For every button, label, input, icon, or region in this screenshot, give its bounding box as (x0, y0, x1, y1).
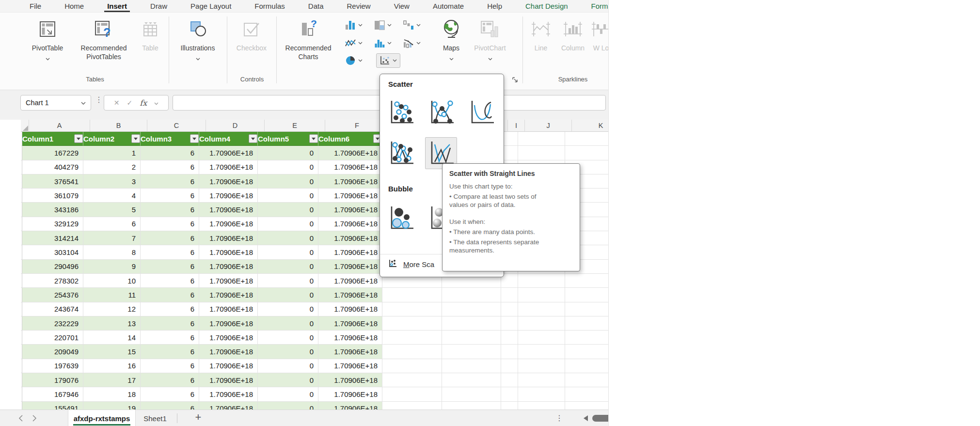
cell[interactable] (382, 316, 442, 331)
waterfall-chart-button[interactable] (403, 20, 421, 30)
column-header-b[interactable]: B (90, 120, 147, 132)
cell[interactable]: 1.70906E+18 (199, 217, 258, 231)
add-sheet-button[interactable]: + (191, 411, 205, 424)
table-header-cell[interactable]: Column5 (258, 132, 318, 146)
cell[interactable]: 167946 (22, 387, 83, 401)
cell[interactable]: 1.70906E+18 (199, 302, 258, 316)
cell[interactable]: 0 (258, 345, 318, 359)
cell[interactable]: 1.70906E+18 (318, 203, 382, 217)
sheet-options-icon[interactable]: ⋮ (555, 413, 563, 423)
column-header-i[interactable]: I (508, 120, 525, 132)
sheet-tab-active[interactable]: afxdp-rxtstamps (68, 410, 136, 426)
cell[interactable]: 0 (258, 231, 318, 245)
cell[interactable]: 0 (258, 288, 318, 302)
cell[interactable]: 6 (141, 274, 199, 288)
cell[interactable]: 1.70906E+18 (199, 260, 258, 274)
cell[interactable]: 1.70906E+18 (199, 274, 258, 288)
cell[interactable]: 6 (141, 359, 199, 373)
confirm-icon[interactable]: ✓ (127, 99, 133, 107)
cell[interactable] (518, 331, 565, 345)
cell[interactable]: 8 (83, 245, 141, 259)
cell[interactable]: 1.70906E+18 (318, 174, 382, 189)
cell[interactable] (565, 316, 608, 331)
cell[interactable]: 376541 (22, 174, 83, 189)
ribbon-tab-file[interactable]: File (18, 0, 53, 12)
cell[interactable]: 0 (258, 316, 318, 331)
cell[interactable]: 6 (141, 174, 199, 189)
combo-chart-button[interactable] (403, 38, 421, 48)
name-box[interactable]: Chart 1 (20, 95, 91, 110)
cell[interactable]: 1.70906E+18 (318, 274, 382, 288)
cell[interactable] (442, 402, 501, 410)
cell[interactable]: 0 (258, 359, 318, 373)
hierarchy-chart-button[interactable] (374, 20, 392, 30)
cell[interactable]: 1 (83, 146, 141, 160)
column-header-j[interactable]: J (525, 120, 572, 132)
cell[interactable]: 1.70906E+18 (199, 331, 258, 345)
cell[interactable]: 1.70906E+18 (318, 260, 382, 274)
cell[interactable]: 7 (83, 231, 141, 245)
cell[interactable]: 0 (258, 302, 318, 316)
cell[interactable] (382, 288, 442, 302)
scatter-smooth-lines-markers-option[interactable] (427, 98, 455, 126)
cell[interactable]: 18 (83, 387, 141, 401)
cell[interactable] (382, 302, 442, 316)
cell[interactable]: 0 (258, 189, 318, 203)
column-header-e[interactable]: E (265, 120, 325, 132)
cell[interactable]: 13 (83, 316, 141, 331)
cell[interactable]: 1.70906E+18 (199, 316, 258, 331)
cell[interactable] (565, 345, 608, 359)
pivottable-button[interactable]: PivotTable (23, 16, 72, 83)
cell[interactable] (518, 373, 565, 387)
cell[interactable]: 11 (83, 288, 141, 302)
ribbon-tab-page-layout[interactable]: Page Layout (179, 0, 243, 12)
cell[interactable]: 6 (83, 217, 141, 231)
prev-sheet-icon[interactable] (18, 414, 23, 424)
scroll-left-icon[interactable] (584, 415, 588, 421)
cell[interactable]: 1.70906E+18 (318, 231, 382, 245)
cell[interactable]: 1.70906E+18 (199, 174, 258, 189)
cell[interactable] (442, 302, 501, 316)
cell[interactable] (518, 387, 565, 401)
cell[interactable]: 404279 (22, 160, 83, 174)
cell[interactable]: 0 (258, 174, 318, 189)
cell[interactable]: 6 (141, 231, 199, 245)
cell[interactable]: 278302 (22, 274, 83, 288)
scatter-smooth-lines-option[interactable] (467, 98, 495, 126)
cell[interactable]: 6 (141, 146, 199, 160)
cell[interactable]: 243674 (22, 302, 83, 316)
cell[interactable]: 1.70906E+18 (318, 288, 382, 302)
cell[interactable]: 1.70906E+18 (199, 402, 258, 410)
recommended-pivottables-button[interactable]: ?Recommended PivotTables (73, 16, 135, 83)
cell[interactable]: 12 (83, 302, 141, 316)
cell[interactable]: 1.70906E+18 (318, 373, 382, 387)
cell[interactable]: 232229 (22, 316, 83, 331)
cell[interactable]: 1.70906E+18 (199, 231, 258, 245)
cell[interactable]: 19 (83, 402, 141, 410)
cell[interactable]: 6 (141, 345, 199, 359)
cell[interactable] (442, 373, 501, 387)
table-header-cell[interactable]: Column6 (318, 132, 382, 146)
cell[interactable] (501, 331, 518, 345)
cell[interactable] (518, 316, 565, 331)
ribbon-tab-chart-design[interactable]: Chart Design (514, 0, 580, 12)
cell[interactable]: 6 (141, 387, 199, 401)
chevron-down-icon[interactable] (154, 98, 158, 107)
column-header-d[interactable]: D (206, 120, 265, 132)
next-sheet-icon[interactable] (32, 414, 37, 424)
cell[interactable]: 1.70906E+18 (199, 245, 258, 259)
cell[interactable]: 0 (258, 203, 318, 217)
cell[interactable]: 4 (83, 189, 141, 203)
column-chart-button[interactable] (345, 20, 363, 30)
cell[interactable]: 361079 (22, 189, 83, 203)
cell[interactable] (382, 345, 442, 359)
cell[interactable]: 155491 (22, 402, 83, 410)
cell[interactable]: 1.70906E+18 (199, 189, 258, 203)
cell[interactable]: 6 (141, 288, 199, 302)
cell[interactable]: 1.70906E+18 (318, 189, 382, 203)
cell[interactable] (518, 302, 565, 316)
cell[interactable]: 1.70906E+18 (318, 316, 382, 331)
cell[interactable] (501, 387, 518, 401)
table-header-cell[interactable]: Column1 (22, 132, 83, 146)
cell[interactable]: 3 (83, 174, 141, 189)
